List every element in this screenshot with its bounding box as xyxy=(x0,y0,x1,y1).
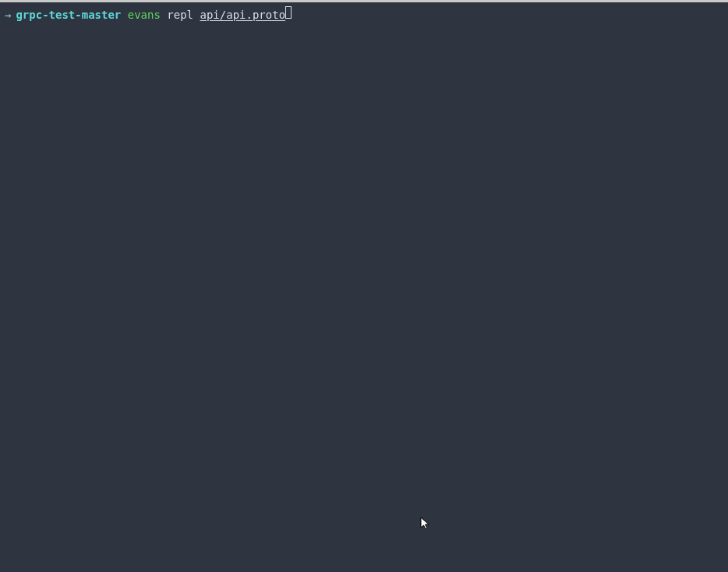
current-directory: grpc-test-master xyxy=(16,8,121,23)
command-name: evans xyxy=(128,8,161,23)
command-subcommand: repl xyxy=(167,8,193,23)
terminal-area[interactable]: → grpc-test-master evans repl api/api.pr… xyxy=(0,2,728,572)
mouse-pointer-icon xyxy=(420,517,431,531)
prompt-line: → grpc-test-master evans repl api/api.pr… xyxy=(5,6,723,23)
text-cursor xyxy=(285,6,292,19)
command-argument: api/api.proto xyxy=(200,8,285,23)
prompt-arrow-icon: → xyxy=(5,8,11,23)
